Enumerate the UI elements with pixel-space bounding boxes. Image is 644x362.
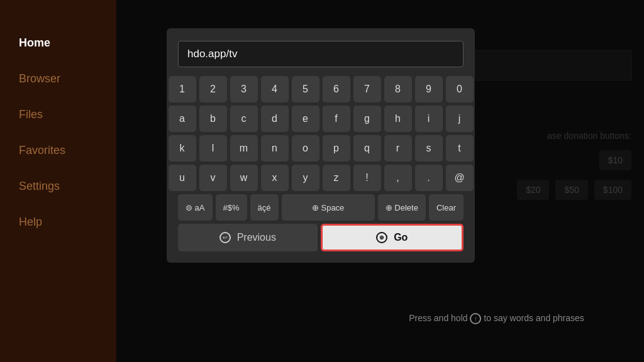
key-m[interactable]: m bbox=[230, 135, 258, 162]
key-o[interactable]: o bbox=[292, 135, 319, 162]
url-input-row bbox=[178, 41, 464, 67]
key-z[interactable]: z bbox=[323, 165, 350, 191]
key-w[interactable]: w bbox=[230, 165, 258, 191]
key-d[interactable]: d bbox=[261, 106, 289, 132]
key-7[interactable]: 7 bbox=[353, 76, 381, 102]
go-icon: ⊕ bbox=[376, 232, 387, 243]
key-y[interactable]: y bbox=[292, 165, 319, 191]
voice-hint: Press and hold ↑ to say words and phrase… bbox=[233, 313, 644, 324]
key-at[interactable]: @ bbox=[446, 165, 474, 191]
key-j[interactable]: j bbox=[446, 106, 474, 132]
key-s[interactable]: s bbox=[415, 135, 443, 162]
key-delete[interactable]: ⊕ Delete bbox=[378, 194, 426, 221]
key-c[interactable]: c bbox=[230, 106, 258, 132]
key-l[interactable]: l bbox=[199, 135, 227, 162]
main-content: ase donation buttons: $10 $20 $50 $100 1… bbox=[116, 0, 644, 362]
go-label: Go bbox=[394, 232, 408, 243]
special-keys-row: ⊜ aA #$% äçé ⊕ Space ⊕ Delete Clear bbox=[178, 194, 464, 221]
key-i[interactable]: i bbox=[415, 106, 443, 132]
url-input[interactable] bbox=[178, 41, 464, 67]
key-r[interactable]: r bbox=[384, 135, 412, 162]
hint-text: Press and hold ↑ to say words and phrase… bbox=[409, 313, 584, 323]
sidebar-item-home[interactable]: Home bbox=[0, 25, 116, 61]
key-f[interactable]: f bbox=[323, 106, 350, 132]
key-q[interactable]: q bbox=[353, 135, 381, 162]
sidebar-item-help[interactable]: Help bbox=[0, 204, 116, 240]
key-4[interactable]: 4 bbox=[261, 76, 289, 102]
key-space[interactable]: ⊕ Space bbox=[282, 194, 375, 221]
key-v[interactable]: v bbox=[199, 165, 227, 191]
key-symbols[interactable]: #$% bbox=[216, 194, 247, 221]
previous-icon: ↩ bbox=[219, 232, 231, 243]
key-2[interactable]: 2 bbox=[199, 76, 227, 102]
key-3[interactable]: 3 bbox=[230, 76, 258, 102]
key-exclaim[interactable]: ! bbox=[353, 165, 381, 191]
key-row-k: k l m n o p q r s t bbox=[178, 135, 464, 162]
key-0[interactable]: 0 bbox=[446, 76, 474, 102]
key-8[interactable]: 8 bbox=[384, 76, 412, 102]
key-accents[interactable]: äçé bbox=[250, 194, 279, 221]
key-row-u: u v w x y z ! , . @ bbox=[178, 165, 464, 191]
keyboard-grid: 1 2 3 4 5 6 7 8 9 0 a b c d e f g h bbox=[178, 76, 464, 191]
key-6[interactable]: 6 bbox=[323, 76, 350, 102]
sidebar: Home Browser Files Favorites Settings He… bbox=[0, 0, 116, 362]
key-9[interactable]: 9 bbox=[415, 76, 443, 102]
key-1[interactable]: 1 bbox=[169, 76, 196, 102]
key-b[interactable]: b bbox=[199, 106, 227, 132]
previous-button[interactable]: ↩ Previous bbox=[178, 224, 318, 251]
keyboard-dialog: 1 2 3 4 5 6 7 8 9 0 a b c d e f g h bbox=[167, 28, 475, 263]
key-t[interactable]: t bbox=[446, 135, 474, 162]
go-button[interactable]: ⊕ Go bbox=[321, 224, 464, 251]
key-row-numbers: 1 2 3 4 5 6 7 8 9 0 bbox=[178, 76, 464, 102]
sidebar-item-browser[interactable]: Browser bbox=[0, 61, 116, 97]
key-n[interactable]: n bbox=[261, 135, 289, 162]
key-h[interactable]: h bbox=[384, 106, 412, 132]
sidebar-item-files[interactable]: Files bbox=[0, 97, 116, 133]
key-clear[interactable]: Clear bbox=[429, 194, 464, 221]
key-u[interactable]: u bbox=[169, 165, 196, 191]
key-k[interactable]: k bbox=[169, 135, 196, 162]
sidebar-item-settings[interactable]: Settings bbox=[0, 168, 116, 204]
previous-label: Previous bbox=[237, 232, 276, 243]
key-x[interactable]: x bbox=[261, 165, 289, 191]
key-p[interactable]: p bbox=[323, 135, 350, 162]
key-e[interactable]: e bbox=[292, 106, 319, 132]
key-period[interactable]: . bbox=[415, 165, 443, 191]
key-a[interactable]: a bbox=[169, 106, 196, 132]
action-buttons-row: ↩ Previous ⊕ Go bbox=[178, 224, 464, 251]
key-row-a: a b c d e f g h i j bbox=[178, 106, 464, 132]
key-g[interactable]: g bbox=[353, 106, 381, 132]
key-comma[interactable]: , bbox=[384, 165, 412, 191]
sidebar-item-favorites[interactable]: Favorites bbox=[0, 133, 116, 168]
key-case[interactable]: ⊜ aA bbox=[178, 194, 213, 221]
key-5[interactable]: 5 bbox=[292, 76, 319, 102]
